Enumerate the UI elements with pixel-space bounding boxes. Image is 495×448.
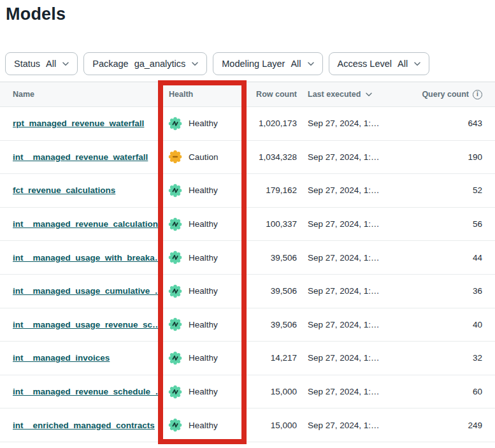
column-header-health: Health [158,90,246,99]
query-count-cell: 44 [395,253,495,263]
table-row: fct_revenue_calculations Healthy 179,1 [0,174,495,208]
health-cell: Healthy [158,184,246,198]
health-label: Healthy [189,185,218,195]
healthy-icon [168,250,182,264]
name-cell: int__managed_invoices [0,353,158,363]
query-count-cell: 643 [395,119,495,128]
health-label: Healthy [189,286,218,296]
health-cell: Healthy [158,418,246,432]
health-label: Healthy [189,421,218,430]
info-icon[interactable]: i [473,90,482,99]
model-name-link[interactable]: rpt_managed_revenue_waterfall [13,119,144,128]
package-filter-button[interactable]: Package ga_analytics [83,52,207,75]
status-filter-button[interactable]: Status All [5,52,78,75]
query-count-cell: 36 [395,286,495,296]
query-count-header-label: Query count [422,90,469,99]
model-name-link[interactable]: int__managed_revenue_waterfall [13,152,148,162]
table-row: int__managed_usage_with_breaka… Healthy [0,241,495,275]
healthy-icon [168,385,182,399]
last-executed-cell: Sep 27, 2024, 1:… [299,286,395,296]
row-count-cell: 39,506 [246,320,299,329]
column-header-row-count: Row count [246,90,299,99]
table-row: int__managed_revenue_schedule_… Healthy [0,375,495,409]
table-row: int__enriched_managed_contracts Healthy [0,408,495,442]
health-label: Healthy [189,119,218,128]
model-name-link[interactable]: int__managed_revenue_calculations [13,219,158,229]
access-level-filter-button[interactable]: Access Level All [329,52,430,75]
last-executed-header-label: Last executed [308,90,361,99]
row-count-cell: 15,000 [246,421,299,430]
healthy-icon [168,317,182,331]
name-cell: int__managed_usage_revenue_sc… [0,320,158,329]
health-label: Healthy [189,320,218,329]
model-name-link[interactable]: fct_revenue_calculations [13,185,115,195]
caution-icon [168,150,182,164]
health-cell: Healthy [158,317,246,331]
row-count-cell: 15,000 [246,387,299,396]
model-name-link[interactable]: int__managed_usage_revenue_sc… [13,320,158,329]
name-cell: int__managed_usage_cumulative_… [0,286,158,296]
access-level-filter-value: All [398,59,408,69]
last-executed-cell: Sep 27, 2024, 1:… [299,185,395,195]
modeling-layer-filter-value: All [291,59,301,69]
filter-bar: Status All Package ga_analytics Modeling… [5,52,429,75]
health-cell: Healthy [158,217,246,231]
name-cell: int__enriched_managed_contracts [0,421,158,430]
last-executed-cell: Sep 27, 2024, 1:… [299,353,395,363]
table-row: int__managed_usage_revenue_sc… Healthy [0,308,495,342]
health-cell: Healthy [158,250,246,264]
name-cell: int__managed_revenue_calculations [0,219,158,229]
health-label: Healthy [189,219,218,229]
chevron-down-icon [308,62,314,66]
last-executed-cell: Sep 27, 2024, 1:… [299,320,395,329]
healthy-icon [168,117,182,131]
health-cell: Healthy [158,385,246,399]
query-count-cell: 40 [395,320,495,329]
page-title: Models [6,4,66,24]
healthy-icon [168,418,182,432]
chevron-down-icon [192,62,198,66]
last-executed-cell: Sep 27, 2024, 1:… [299,152,395,162]
table-row: int__managed_revenue_waterfall Caution [0,141,495,175]
healthy-icon [168,284,182,298]
health-label: Healthy [189,387,218,396]
healthy-icon [168,217,182,231]
query-count-cell: 56 [395,219,495,229]
model-name-link[interactable]: int__managed_invoices [13,353,110,363]
name-cell: int__managed_usage_with_breaka… [0,253,158,263]
model-name-link[interactable]: int__enriched_managed_contracts [13,421,155,430]
health-cell: Healthy [158,117,246,131]
row-count-cell: 39,506 [246,286,299,296]
model-name-link[interactable]: int__managed_revenue_schedule_… [13,387,158,396]
package-filter-value: ga_analytics [134,59,186,69]
last-executed-cell: Sep 27, 2024, 1:… [299,253,395,263]
query-count-cell: 32 [395,353,495,363]
model-name-link[interactable]: int__managed_usage_cumulative_… [13,286,158,296]
table-row: int__managed_revenue_calculations Health… [0,208,495,242]
name-cell: int__managed_revenue_waterfall [0,152,158,162]
query-count-cell: 190 [395,152,495,162]
table-row: rpt_managed_revenue_waterfall Healthy [0,107,495,141]
name-cell: int__managed_revenue_schedule_… [0,387,158,396]
sort-chevron-icon [366,92,372,97]
health-label: Healthy [189,353,218,363]
name-cell: fct_revenue_calculations [0,185,158,195]
modeling-layer-filter-button[interactable]: Modeling Layer All [213,52,322,75]
chevron-down-icon [62,62,69,66]
query-count-cell: 52 [395,185,495,195]
row-count-cell: 179,162 [246,185,299,195]
table-body: rpt_managed_revenue_waterfall Healthy [0,107,495,442]
package-filter-label: Package [92,59,128,69]
chevron-down-icon [414,62,420,66]
column-header-last-executed[interactable]: Last executed [299,90,395,99]
status-filter-label: Status [14,59,40,69]
model-name-link[interactable]: int__managed_usage_with_breaka… [13,253,158,263]
healthy-icon [168,351,182,365]
query-count-cell: 249 [395,421,495,430]
table-row: int__managed_usage_cumulative_… Healthy [0,275,495,308]
last-executed-cell: Sep 27, 2024, 1:… [299,119,395,128]
last-executed-cell: Sep 27, 2024, 1:… [299,421,395,430]
row-count-cell: 39,506 [246,253,299,263]
table-row: int__managed_invoices Healthy 14,217 [0,342,495,375]
access-level-filter-label: Access Level [338,59,392,69]
